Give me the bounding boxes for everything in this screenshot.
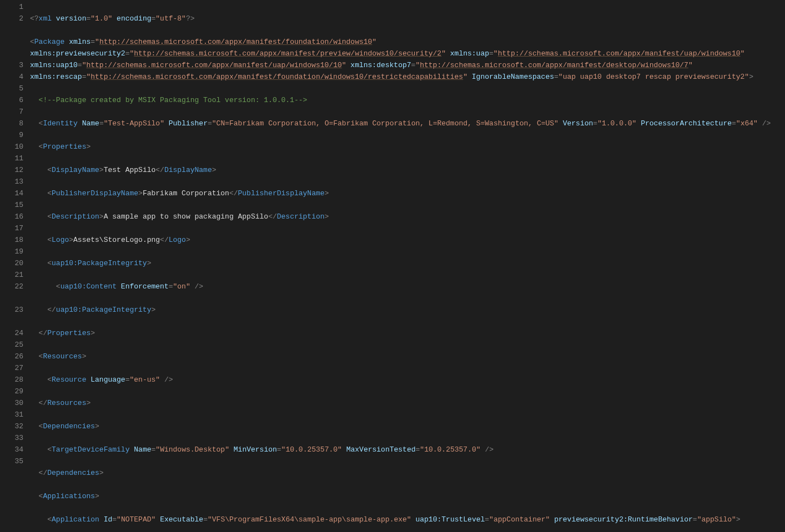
line-number: 35 <box>0 455 23 467</box>
line-number: 7 <box>0 106 23 118</box>
code-line: <Application Id="NOTEPAD" Executable="VF… <box>30 514 776 525</box>
line-number: 19 <box>0 246 23 257</box>
line-number: 16 <box>0 211 23 222</box>
code-line: <Logo>Assets\StoreLogo.png</Logo> <box>30 234 776 246</box>
line-number: 6 <box>0 94 23 106</box>
line-number: 33 <box>0 432 23 444</box>
line-number: 10 <box>0 141 23 153</box>
line-number: 30 <box>0 397 23 409</box>
code-line: </Properties> <box>30 327 776 339</box>
code-line: <!--Package created by MSIX Packaging To… <box>30 94 776 106</box>
line-number: 28 <box>0 374 23 386</box>
code-line: <PublisherDisplayName>Fabrikam Corporati… <box>30 188 776 199</box>
line-number: 17 <box>0 222 23 234</box>
line-number: 15 <box>0 199 23 211</box>
line-number: 8 <box>0 118 23 129</box>
code-line: <uap10:Content Enforcement="on" /> <box>30 281 776 292</box>
line-number: 29 <box>0 386 23 397</box>
line-number: 4 <box>0 71 23 83</box>
code-line: <uap10:PackageIntegrity> <box>30 257 776 269</box>
line-number: 22 <box>0 281 23 292</box>
code-line: <Package xmlns="http://schemas.microsoft… <box>30 36 776 83</box>
code-line: <DisplayName>Test AppSilo</DisplayName> <box>30 164 776 176</box>
line-number: 32 <box>0 420 23 432</box>
line-number: 2 <box>0 13 23 24</box>
line-number: 3 <box>0 59 23 71</box>
line-number: 26 <box>0 351 23 362</box>
code-line: <Applications> <box>30 490 776 502</box>
code-line: </uap10:PackageIntegrity> <box>30 304 776 316</box>
code-line: <Description>A sample app to show packag… <box>30 211 776 222</box>
code-line: <Dependencies> <box>30 420 776 432</box>
code-content[interactable]: <?xml version="1.0" encoding="utf-8"?> <… <box>30 0 785 532</box>
line-number: 27 <box>0 362 23 374</box>
line-number: 9 <box>0 129 23 141</box>
code-line: <Resources> <box>30 351 776 362</box>
code-line: <TargetDeviceFamily Name="Windows.Deskto… <box>30 444 776 455</box>
line-number: 5 <box>0 83 23 94</box>
line-number: 23 <box>0 304 23 316</box>
code-line: <Identity Name="Test-AppSilo" Publisher=… <box>30 118 776 129</box>
code-line: <Properties> <box>30 141 776 153</box>
line-number: 21 <box>0 269 23 281</box>
code-line: <Resource Language="en-us" /> <box>30 374 776 386</box>
code-line: </Dependencies> <box>30 467 776 479</box>
line-number: 11 <box>0 153 23 164</box>
line-number: 14 <box>0 188 23 199</box>
line-number: 20 <box>0 257 23 269</box>
line-number: 18 <box>0 234 23 246</box>
line-number: 25 <box>0 339 23 351</box>
line-number: 13 <box>0 176 23 188</box>
code-editor: 1234567891011121314151617181920212223242… <box>0 0 785 532</box>
line-number: 34 <box>0 444 23 455</box>
line-number-gutter: 1234567891011121314151617181920212223242… <box>0 0 30 532</box>
code-line: </Resources> <box>30 397 776 409</box>
line-number: 12 <box>0 164 23 176</box>
line-number: 24 <box>0 327 23 339</box>
line-number: 31 <box>0 409 23 420</box>
code-line: <?xml version="1.0" encoding="utf-8"?> <box>30 13 776 24</box>
line-number: 1 <box>0 1 23 13</box>
